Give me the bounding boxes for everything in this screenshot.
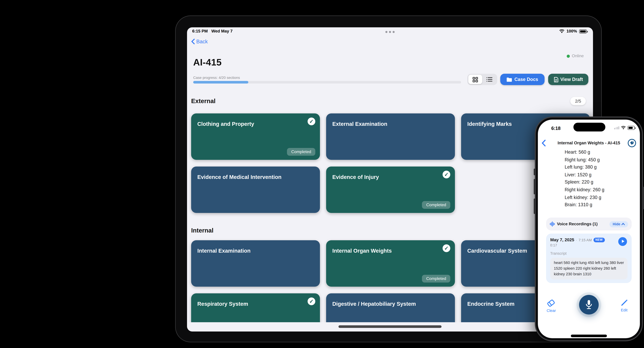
- play-button[interactable]: [618, 237, 627, 246]
- transcript-text: heart 560 right lung 450 left lung 380 l…: [550, 258, 628, 280]
- list-view-button[interactable]: [482, 75, 496, 84]
- iphone-status-right: [614, 126, 635, 130]
- recording-separator: ·: [576, 238, 577, 241]
- organ-weight-line: Brain: 1310 g: [565, 201, 604, 209]
- ipad-screen: 6:15 PMWed May 7 100% Back Online AI-415…: [187, 27, 593, 331]
- card-title: Cardiovascular System: [467, 247, 527, 254]
- section-card[interactable]: External Examination: [326, 113, 455, 160]
- card-title: Endocrine System: [467, 300, 514, 307]
- iphone-volume-up-button: [534, 179, 535, 194]
- ipad-content-area: External2/5Clothing and Property✓Complet…: [187, 92, 593, 322]
- section-card[interactable]: Internal Examination: [191, 240, 320, 287]
- card-title: Evidence of Injury: [332, 174, 379, 180]
- microphone-icon: [585, 299, 592, 310]
- organ-weight-line: Spleen: 220 g: [565, 179, 604, 186]
- folder-icon: [507, 77, 512, 82]
- transcript-label: Transcript: [550, 251, 628, 256]
- battery-icon: [628, 126, 635, 130]
- card-title: Clothing and Property: [197, 121, 254, 127]
- chevron-left-icon: [191, 39, 195, 44]
- iphone-action-button: [534, 169, 535, 175]
- section-card[interactable]: Digestive / Hepatobiliary System: [326, 293, 455, 322]
- ipad-date: Wed May 7: [211, 29, 232, 34]
- section-card[interactable]: Evidence of Injury✓Completed: [326, 167, 455, 213]
- section-internal: InternalInternal ExaminationInternal Org…: [191, 227, 591, 322]
- recording-date: May 7, 2025: [550, 237, 574, 242]
- progress-fill: [193, 81, 248, 84]
- view-draft-label: View Draft: [560, 77, 583, 82]
- recording-item[interactable]: May 7, 2025 · 7:15 AM NEW 0:17 Transcrip…: [546, 234, 632, 283]
- check-circle-icon: ✓: [308, 297, 315, 305]
- edit-button[interactable]: Edit: [620, 299, 628, 312]
- dynamic-island: [574, 123, 605, 131]
- tag-button[interactable]: [628, 139, 636, 147]
- organ-weight-line: Liver: 1520 g: [565, 171, 604, 179]
- online-status: Online: [567, 54, 584, 58]
- iphone-page-title: Internal Organ Weights - AI-415: [538, 141, 640, 145]
- organ-weights-list: Heart: 560 gRight lung: 450 gLeft lung: …: [565, 148, 604, 209]
- ipad-battery-percent: 100%: [566, 29, 577, 34]
- card-title: External Examination: [332, 121, 387, 127]
- case-docs-label: Case Docs: [514, 77, 538, 82]
- waveform-icon: [550, 221, 555, 227]
- stage: 6:15 PMWed May 7 100% Back Online AI-415…: [0, 0, 644, 348]
- section-title: Internal: [191, 227, 214, 234]
- organ-weight-line: Left kidney: 230 g: [565, 194, 604, 201]
- grid-icon: [472, 77, 478, 82]
- iphone-power-button: [642, 187, 644, 209]
- iphone-clock: 6:18: [551, 126, 560, 131]
- view-draft-button[interactable]: View Draft: [548, 74, 588, 85]
- iphone-home-indicator[interactable]: [571, 334, 607, 337]
- cellular-icon: [614, 126, 619, 129]
- eraser-icon: [547, 299, 556, 307]
- case-docs-button[interactable]: Case Docs: [500, 74, 544, 85]
- section-external: External2/5Clothing and Property✓Complet…: [191, 97, 591, 213]
- back-button[interactable]: Back: [191, 39, 208, 44]
- chevron-up-icon: [621, 223, 625, 225]
- organ-weight-line: Right lung: 450 g: [565, 156, 604, 163]
- hide-label: Hide: [613, 222, 620, 226]
- card-title: Evidence of Medical Intervention: [197, 174, 282, 180]
- progress-label: Case progress: 4/20 sections: [193, 76, 240, 79]
- grid-view-button[interactable]: [468, 75, 482, 84]
- wifi-icon: [559, 29, 564, 33]
- section-card[interactable]: Evidence of Medical Intervention: [191, 167, 320, 213]
- view-toggle: [467, 74, 497, 85]
- section-title: External: [191, 97, 216, 105]
- section-card[interactable]: Respiratory System✓Completed: [191, 293, 320, 322]
- completed-badge: Completed: [287, 148, 315, 156]
- hide-recordings-button[interactable]: Hide: [610, 221, 628, 227]
- iphone-screen: 6:18 Internal Organ Weights - AI-415 Hea…: [538, 120, 640, 338]
- card-title: Respiratory System: [197, 300, 248, 307]
- iphone-device: 6:18 Internal Organ Weights - AI-415 Hea…: [535, 117, 643, 341]
- clear-button[interactable]: Clear: [547, 299, 556, 313]
- back-label: Back: [196, 39, 208, 44]
- ipad-status-bar: 6:15 PMWed May 7: [192, 29, 232, 34]
- section-card[interactable]: Clothing and Property✓Completed: [191, 113, 320, 160]
- ipad-status-right: 100%: [559, 29, 587, 34]
- edit-label: Edit: [621, 308, 628, 312]
- section-progress-badge: 2/5: [570, 97, 586, 105]
- clear-label: Clear: [547, 308, 556, 313]
- card-title: Internal Organ Weights: [332, 247, 392, 254]
- check-circle-icon: ✓: [442, 244, 450, 252]
- document-icon: [554, 77, 558, 82]
- list-icon: [486, 77, 492, 82]
- organ-weight-line: Left lung: 380 g: [565, 164, 604, 171]
- ipad-home-indicator[interactable]: [338, 325, 442, 328]
- voice-recordings-header: Voice Recordings (1) Hide: [546, 218, 632, 230]
- section-card[interactable]: Internal Organ Weights✓Completed: [326, 240, 455, 287]
- progress-bar: [193, 81, 461, 84]
- voice-recordings-title: Voice Recordings (1): [557, 222, 608, 226]
- new-badge: NEW: [593, 237, 605, 242]
- organ-weight-line: Heart: 560 g: [565, 148, 604, 156]
- pencil-icon: [620, 299, 628, 307]
- wifi-icon: [621, 126, 626, 130]
- recording-duration: 0:17: [550, 243, 628, 247]
- record-mic-button[interactable]: [579, 295, 599, 314]
- battery-icon: [579, 29, 587, 33]
- recording-time: 7:15 AM: [578, 238, 592, 241]
- completed-badge: Completed: [422, 201, 450, 209]
- card-title: Internal Examination: [197, 247, 250, 254]
- online-label: Online: [572, 54, 584, 58]
